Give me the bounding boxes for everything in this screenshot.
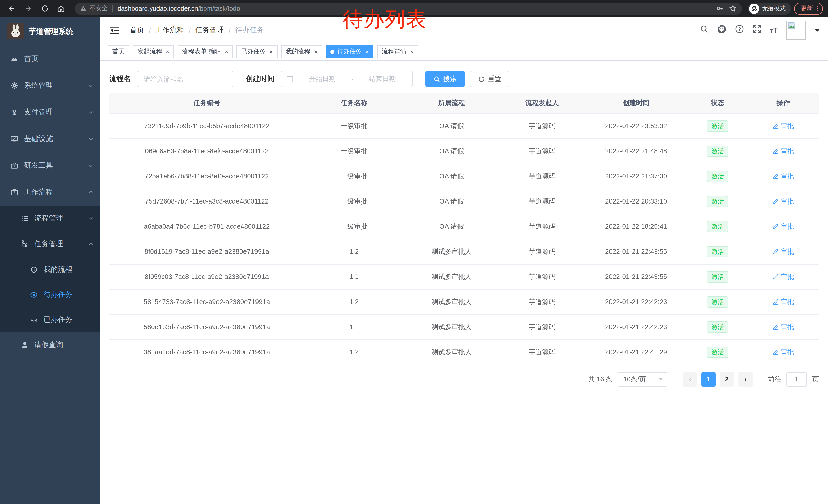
approve-link[interactable]: 审批 [773,322,794,331]
approve-link[interactable]: 审批 [773,297,794,306]
col-task-id: 任务编号 [109,93,304,113]
approve-link[interactable]: 审批 [773,121,794,131]
browser-home-icon[interactable] [54,2,68,15]
table-row: 580e1b3d-7ac8-11ec-a9e2-a2380e71991a 1.1… [109,314,819,339]
incognito-icon [749,3,759,13]
tab-done-tasks[interactable]: 已办任务× [237,45,278,58]
search-icon[interactable] [700,25,709,35]
create-time-cell: 2022-01-22 20:33:10 [585,189,688,214]
page-button-1[interactable]: 1 [701,372,716,386]
sidebar-collapse-icon[interactable] [107,23,122,37]
approve-link[interactable]: 审批 [773,146,794,155]
page-size-select[interactable]: 10条/页 [618,372,667,386]
task-name-cell: 1.1 [304,264,404,289]
bookmark-star-icon[interactable] [729,5,736,12]
starter-cell: 芋道源码 [499,239,585,264]
next-page-button[interactable]: › [738,372,753,386]
url-text[interactable]: dashboard.yudao.iocoder.cn/bpm/task/todo [118,5,711,12]
task-name-cell: 1.2 [304,339,404,365]
update-browser-button[interactable]: 更新 [794,2,823,15]
close-icon[interactable]: × [410,48,413,55]
tab-home[interactable]: 首页 [108,45,129,58]
app-logo[interactable]: 芋道管理系统 [0,17,100,46]
update-label: 更新 [800,4,813,13]
search-button[interactable]: 搜索 [425,71,465,87]
table-row: 725a1eb6-7b88-11ec-8ef0-acde48001122 一级审… [109,164,819,189]
tab-start-process[interactable]: 发起流程× [133,45,174,58]
github-icon[interactable] [717,25,727,36]
breadcrumb: 首页 / 工作流程 / 任务管理 / 待办任务 [130,26,264,35]
logo-rabbit-avatar [7,23,24,40]
not-secure-warning[interactable]: 不安全 [80,4,108,13]
incognito-badge: 无痕模式 [748,2,791,15]
start-date-placeholder[interactable]: 开始日期 [297,74,347,84]
breadcrumb-home[interactable]: 首页 [130,26,144,35]
sidebar-item-done-tasks[interactable]: 已办任务 [0,307,100,332]
sidebar-item-task-management[interactable]: 任务管理 [0,231,100,257]
eye-closed-icon [30,316,38,324]
task-table: 任务编号 任务名称 所属流程 流程发起人 创建时间 状态 操作 [109,93,819,365]
sidebar-item-home[interactable]: 首页 [0,46,100,72]
breadcrumb-workflow[interactable]: 工作流程 [156,26,184,35]
close-icon[interactable]: × [269,48,273,55]
tab-process-form-edit[interactable]: 流程表单-编辑× [177,45,233,58]
process-name-input[interactable] [137,71,234,87]
incognito-label: 无痕模式 [762,5,786,12]
date-range-picker[interactable]: 开始日期 - 结束日期 [281,71,413,87]
browser-forward-icon[interactable] [22,2,35,15]
process-cell: OA 请假 [404,164,499,189]
sidebar-item-payment[interactable]: ¥ 支付管理 [0,99,100,126]
status-badge: 激活 [707,221,729,232]
approve-link[interactable]: 审批 [773,272,794,281]
browser-back-icon[interactable] [5,2,18,15]
help-icon[interactable]: ? [735,25,744,35]
task-name-cell: 1.2 [304,289,404,314]
approve-link[interactable]: 审批 [773,348,794,357]
breadcrumb-task-management[interactable]: 任务管理 [196,26,224,35]
tab-my-process[interactable]: 我的流程× [281,45,322,58]
close-icon[interactable]: × [314,48,318,55]
password-key-icon[interactable] [716,5,723,12]
close-icon[interactable]: × [225,48,228,55]
status-badge: 激活 [707,346,729,358]
approve-link[interactable]: 审批 [773,247,794,256]
browser-reload-icon[interactable] [38,2,51,15]
approve-link[interactable]: 审批 [773,222,794,231]
sidebar-item-devtools[interactable]: 研发工具 [0,152,100,179]
sidebar-item-process-management[interactable]: 流程管理 [0,205,100,231]
close-icon[interactable]: × [166,48,169,55]
approve-link[interactable]: 审批 [773,197,794,206]
edit-pencil-icon [773,173,779,179]
tab-process-detail[interactable]: 流程详情× [377,45,418,58]
font-size-icon[interactable]: TT [770,26,778,34]
search-icon [433,76,440,82]
approve-link[interactable]: 审批 [773,172,794,181]
sidebar-item-todo-tasks[interactable]: 待办任务 [0,282,100,307]
goto-page-input[interactable] [786,372,807,386]
create-time-cell: 2022-01-21 22:42:23 [585,314,688,339]
sidebar-item-my-process[interactable]: 我的流程 [0,257,100,282]
close-icon[interactable]: × [365,48,369,55]
fullscreen-icon[interactable] [753,25,761,35]
reset-button[interactable]: 重置 [470,71,509,87]
tree-icon [20,240,29,248]
task-name-cell: 一级审批 [304,189,404,214]
edit-pencil-icon [773,223,779,229]
page-button-2[interactable]: 2 [720,372,734,386]
task-id-cell: 58154733-7ac8-11ec-a9e2-a2380e71991a [109,289,304,314]
prev-page-button[interactable]: ‹ [683,372,697,386]
tab-todo-tasks[interactable]: 待办任务× [326,45,373,58]
sidebar-item-system[interactable]: 系统管理 [0,72,100,99]
avatar-caret-down-icon[interactable] [815,29,820,34]
eye-icon [30,290,38,299]
browser-menu-icon[interactable] [817,6,818,11]
sidebar-item-workflow[interactable]: 工作流程 [0,179,100,205]
broken-image-icon [788,22,796,30]
create-time-cell: 2022-01-21 22:42:23 [585,289,688,314]
sidebar-item-infrastructure[interactable]: 基础设施 [0,126,100,152]
sidebar-item-leave-query[interactable]: 请假查询 [0,332,100,358]
end-date-placeholder[interactable]: 结束日期 [358,74,407,84]
url-bar[interactable]: 不安全 dashboard.yudao.iocoder.cn/bpm/task/… [75,2,742,15]
avatar[interactable] [786,20,806,40]
status-badge: 激活 [707,196,729,207]
